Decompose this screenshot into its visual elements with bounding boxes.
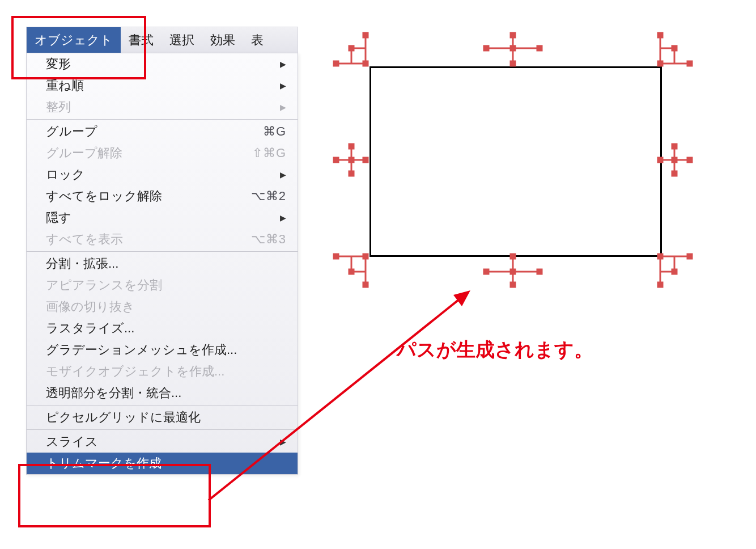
menu-separator [27,119,298,120]
menu-item-unlock-all[interactable]: すべてをロック解除 ⌥⌘2 [27,185,298,207]
menu-item-align: 整列 ▶ [27,96,298,118]
menubar-tab-select[interactable]: 選択 [162,27,202,53]
svg-rect-7 [363,61,368,66]
submenu-arrow-icon: ▶ [280,170,286,179]
svg-line-60 [209,295,465,500]
svg-rect-30 [672,269,677,274]
svg-rect-48 [511,33,515,37]
svg-rect-37 [349,171,354,176]
submenu-arrow-icon: ▶ [280,103,286,112]
menu-item-label: 画像の切り抜き [46,298,135,315]
svg-rect-31 [658,254,662,259]
svg-rect-36 [349,144,354,149]
trim-marks-graphic [326,26,700,298]
submenu-arrow-icon: ▶ [280,60,286,69]
menu-shortcut: ⇧⌘G [252,146,286,161]
menu-item-label: グループ解除 [46,145,122,162]
menu-shortcut: ⌥⌘2 [251,189,286,204]
menu-separator [27,251,298,252]
svg-rect-29 [658,282,662,287]
svg-rect-28 [687,254,692,259]
menu-item-label: 透明部分を分割・統合... [46,385,181,402]
menu-shortcut: ⌥⌘3 [251,232,286,247]
menu-item-label: アピアランスを分割 [46,277,162,294]
menu-item-label: トリムマークを作成 [46,455,162,472]
menu-item-label: 変形 [46,56,71,73]
menubar-tab-effect[interactable]: 効果 [202,27,243,53]
menu-item-ungroup: グループ解除 ⇧⌘G [27,142,298,164]
menu-item-arrange[interactable]: 重ね順 ▶ [27,75,298,96]
svg-rect-35 [363,158,368,162]
svg-rect-50 [484,46,489,50]
svg-rect-41 [687,158,692,162]
svg-rect-14 [672,46,677,50]
menu-item-hide[interactable]: 隠す ▶ [27,207,298,229]
svg-rect-51 [537,46,542,50]
menu-item-label: 分割・拡張... [46,255,118,272]
svg-rect-43 [672,144,677,149]
svg-rect-5 [363,33,368,37]
svg-rect-4 [334,61,338,66]
menu-item-lock[interactable]: ロック ▶ [27,164,298,185]
svg-rect-57 [484,269,489,274]
menubar-tab-type[interactable]: 書式 [121,27,162,53]
menu-item-label: スライス [46,433,98,450]
app-menubar: オブジェクト 書式 選択 効果 表 [26,27,298,53]
svg-rect-55 [511,282,515,287]
menu-item-show-all: すべてを表示 ⌥⌘3 [27,229,298,250]
annotation-text: パスが生成されます。 [397,337,593,363]
menu-item-label: 重ね順 [46,77,84,94]
menu-item-label: グループ [46,123,97,140]
svg-rect-22 [349,269,354,274]
svg-rect-34 [334,158,338,162]
menu-item-label: すべてを表示 [46,231,123,248]
svg-rect-42 [658,158,662,162]
svg-rect-52 [511,46,515,50]
svg-rect-58 [537,269,542,274]
submenu-arrow-icon: ▶ [280,81,286,90]
menu-item-transform[interactable]: 変形 ▶ [27,53,298,75]
menu-item-expand[interactable]: 分割・拡張... [27,253,298,274]
svg-rect-44 [672,171,677,176]
svg-rect-49 [511,61,515,66]
menu-item-group[interactable]: グループ ⌘G [27,121,298,142]
menu-item-label: ロック [46,166,85,183]
svg-rect-12 [687,61,692,66]
submenu-arrow-icon: ▶ [280,213,286,222]
menubar-tab-object[interactable]: オブジェクト [27,27,121,53]
svg-rect-45 [672,158,677,162]
menu-item-label: モザイクオブジェクトを作成... [46,363,224,380]
svg-rect-56 [511,254,515,259]
svg-rect-6 [349,46,354,50]
menu-item-label: すべてをロック解除 [46,188,162,205]
menubar-tab-view[interactable]: 表 [243,27,271,53]
svg-marker-61 [453,290,470,306]
svg-rect-23 [363,254,368,259]
svg-rect-15 [658,61,662,66]
annotation-arrow-icon [204,278,482,505]
svg-rect-59 [511,269,515,274]
svg-rect-13 [658,33,662,37]
menu-item-label: ラスタライズ... [46,320,134,337]
menu-item-label: 隠す [46,209,71,226]
svg-rect-38 [349,158,354,162]
menu-item-label: 整列 [46,99,71,116]
svg-rect-20 [334,254,338,259]
menu-shortcut: ⌘G [263,124,286,139]
menu-item-label: ピクセルグリッドに最適化 [46,409,201,426]
